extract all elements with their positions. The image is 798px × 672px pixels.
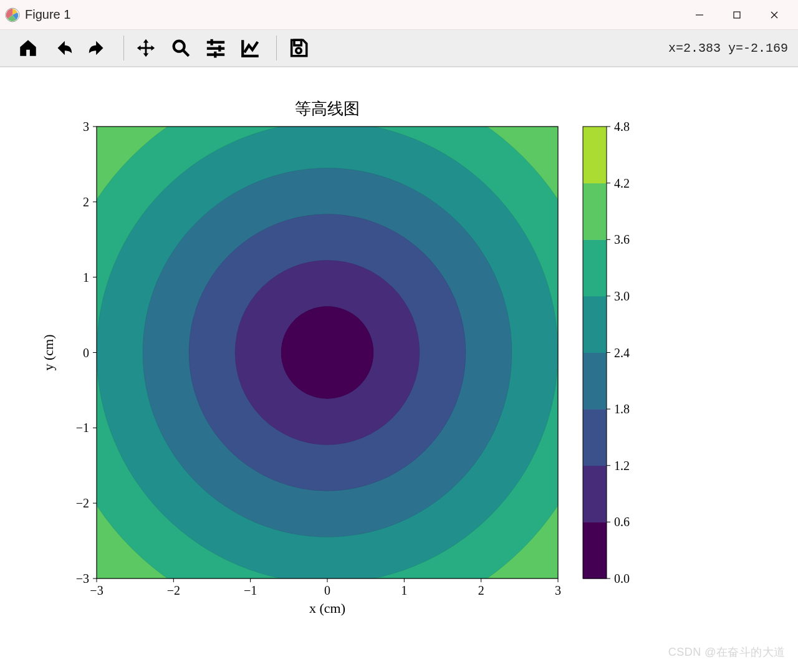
back-button[interactable] <box>47 32 79 64</box>
svg-rect-9 <box>207 47 224 50</box>
svg-point-14 <box>296 48 302 54</box>
svg-text:y (cm): y (cm) <box>41 334 56 370</box>
svg-rect-7 <box>207 41 224 44</box>
svg-rect-2 <box>734 12 740 18</box>
svg-text:4.2: 4.2 <box>614 176 630 190</box>
svg-text:1.8: 1.8 <box>614 402 630 416</box>
svg-line-6 <box>183 50 189 56</box>
svg-text:−2: −2 <box>76 496 89 510</box>
svg-rect-10 <box>218 46 221 52</box>
svg-text:0: 0 <box>324 583 330 597</box>
edit-axes-button[interactable] <box>235 32 266 64</box>
watermark: CSDN @在奋斗的大道 <box>668 645 786 660</box>
svg-rect-67 <box>583 353 607 410</box>
home-button[interactable] <box>12 32 44 64</box>
zoom-button[interactable] <box>165 32 196 64</box>
configure-subplots-button[interactable] <box>200 32 231 64</box>
svg-text:1: 1 <box>401 583 407 597</box>
svg-text:1: 1 <box>83 271 89 284</box>
toolbar-separator <box>276 36 277 60</box>
svg-rect-8 <box>211 39 213 46</box>
pan-button[interactable] <box>130 32 161 64</box>
app-icon <box>5 7 20 22</box>
svg-text:0.0: 0.0 <box>614 572 630 585</box>
window-title: Figure 1 <box>25 7 70 22</box>
svg-text:2.4: 2.4 <box>614 346 630 360</box>
svg-rect-70 <box>583 183 607 240</box>
forward-button[interactable] <box>82 32 113 64</box>
svg-rect-13 <box>294 40 301 46</box>
figure-area[interactable]: 等高线图−3−2−10123−3−2−10123x (cm)y (cm)0.00… <box>0 67 798 672</box>
close-button[interactable] <box>756 0 793 30</box>
svg-rect-68 <box>583 296 607 353</box>
svg-text:x (cm): x (cm) <box>309 600 345 616</box>
toolbar-separator <box>123 36 124 60</box>
svg-text:3.6: 3.6 <box>614 233 630 246</box>
svg-text:3: 3 <box>555 583 561 597</box>
svg-text:等高线图: 等高线图 <box>295 100 360 118</box>
minimize-button[interactable] <box>681 0 718 30</box>
svg-text:3: 3 <box>83 120 89 133</box>
titlebar: Figure 1 <box>0 0 798 30</box>
coord-readout: x=2.383 y=-2.169 <box>668 41 792 55</box>
svg-rect-12 <box>214 52 216 58</box>
svg-text:−3: −3 <box>90 583 103 597</box>
svg-text:−1: −1 <box>244 583 257 597</box>
svg-rect-65 <box>583 466 607 522</box>
maximize-button[interactable] <box>718 0 756 30</box>
svg-text:2: 2 <box>478 583 484 597</box>
svg-rect-69 <box>583 239 607 296</box>
svg-text:−2: −2 <box>167 583 180 597</box>
svg-text:0.6: 0.6 <box>614 515 630 529</box>
svg-point-25 <box>281 307 373 399</box>
svg-rect-64 <box>583 522 607 578</box>
svg-text:1.2: 1.2 <box>614 459 630 473</box>
svg-rect-71 <box>583 127 607 183</box>
contour-plot[interactable]: 等高线图−3−2−10123−3−2−10123x (cm)y (cm)0.00… <box>0 67 798 672</box>
svg-text:4.8: 4.8 <box>614 120 630 133</box>
svg-text:−3: −3 <box>76 572 89 585</box>
svg-text:0: 0 <box>83 346 89 360</box>
svg-text:−1: −1 <box>76 421 89 434</box>
toolbar: x=2.383 y=-2.169 <box>0 30 798 67</box>
svg-text:3.0: 3.0 <box>614 289 630 303</box>
svg-text:2: 2 <box>83 195 89 209</box>
save-button[interactable] <box>283 32 314 64</box>
svg-rect-66 <box>583 409 607 466</box>
svg-point-5 <box>174 41 185 52</box>
